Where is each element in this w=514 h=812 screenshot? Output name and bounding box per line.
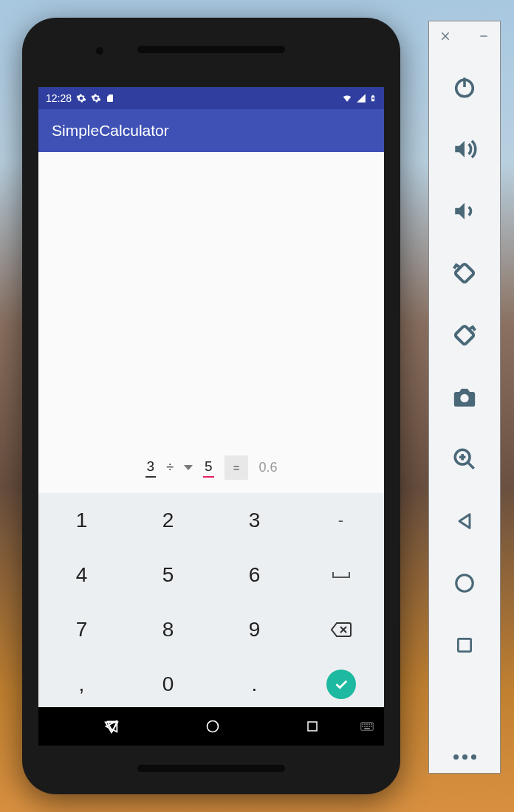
zoom-button[interactable]	[447, 441, 482, 477]
svg-rect-11	[369, 726, 370, 727]
phone-speaker-top	[137, 46, 285, 53]
equals-button[interactable]: =	[225, 455, 249, 480]
key-0[interactable]: 0	[125, 667, 211, 701]
emulator-home-button[interactable]	[447, 565, 482, 601]
done-icon	[326, 670, 356, 699]
nav-home-button[interactable]	[205, 719, 220, 734]
close-icon[interactable]	[439, 29, 451, 46]
nav-keyboard-toggle[interactable]	[360, 721, 374, 732]
gear-icon	[91, 93, 101, 103]
svg-point-0	[208, 721, 219, 732]
key-backspace[interactable]	[298, 613, 384, 647]
gear-icon	[76, 93, 86, 103]
key-1[interactable]: 1	[38, 503, 125, 537]
app-bar: SimpleCalculator	[38, 109, 384, 152]
key-9[interactable]: 9	[211, 613, 298, 647]
wifi-icon	[341, 93, 353, 103]
calculator-row: 3 ÷ 5 = 0.6	[38, 455, 384, 480]
emulator-toolbar	[428, 21, 501, 774]
key-2[interactable]: 2	[125, 503, 211, 537]
sd-card-icon	[106, 93, 114, 103]
emulator-back-button[interactable]	[447, 503, 482, 539]
svg-rect-1	[308, 722, 317, 731]
phone-speaker-bottom	[137, 765, 285, 772]
svg-point-17	[460, 394, 468, 402]
key-period[interactable]: .	[211, 667, 298, 701]
key-minus[interactable]: -	[298, 503, 384, 537]
svg-rect-13	[364, 728, 370, 729]
key-7[interactable]: 7	[38, 613, 125, 647]
operator-label: ÷	[166, 460, 174, 475]
phone-camera	[96, 47, 103, 55]
soft-keyboard: 1 2 3 - 4 5 6 7 8 9 , 0 .	[38, 493, 384, 707]
status-right	[341, 92, 377, 104]
rotate-right-button[interactable]	[447, 317, 482, 353]
svg-rect-10	[366, 726, 368, 727]
app-content: 3 ÷ 5 = 0.6	[38, 152, 384, 493]
key-4[interactable]: 4	[38, 558, 125, 592]
battery-icon	[369, 92, 377, 104]
emulator-overview-button[interactable]	[447, 627, 482, 663]
svg-rect-6	[369, 723, 370, 725]
minimize-icon[interactable]	[478, 29, 490, 46]
volume-up-button[interactable]	[447, 131, 482, 167]
status-bar: 12:28	[38, 87, 384, 109]
svg-point-19	[456, 575, 473, 592]
signal-icon	[356, 93, 366, 103]
phone-screen: 12:28	[38, 87, 384, 746]
screenshot-button[interactable]	[447, 379, 482, 415]
result-value: 0.6	[258, 460, 277, 475]
status-time: 12:28	[46, 92, 72, 104]
key-6[interactable]: 6	[211, 558, 298, 592]
android-nav-bar	[38, 707, 384, 746]
svg-rect-20	[458, 639, 470, 651]
operand-2-input[interactable]: 5	[203, 458, 214, 478]
key-space[interactable]	[298, 558, 384, 592]
nav-back-button[interactable]	[103, 718, 120, 734]
svg-rect-12	[371, 726, 372, 727]
operand-1-input[interactable]: 3	[145, 458, 157, 478]
nav-overview-button[interactable]	[306, 720, 319, 733]
svg-rect-9	[364, 726, 366, 727]
power-button[interactable]	[447, 69, 482, 105]
svg-rect-4	[364, 723, 366, 725]
key-3[interactable]: 3	[211, 503, 298, 537]
svg-rect-8	[362, 726, 363, 727]
volume-down-button[interactable]	[447, 193, 482, 229]
key-5[interactable]: 5	[125, 558, 211, 592]
operator-dropdown[interactable]	[184, 465, 193, 470]
key-8[interactable]: 8	[125, 613, 211, 647]
more-options-button[interactable]	[453, 754, 476, 765]
app-title: SimpleCalculator	[52, 122, 169, 140]
svg-rect-5	[366, 723, 368, 725]
key-comma[interactable]: ,	[38, 667, 125, 701]
phone-frame: 12:28	[22, 18, 400, 794]
svg-rect-3	[362, 723, 363, 725]
rotate-left-button[interactable]	[447, 255, 482, 291]
status-left: 12:28	[46, 92, 114, 104]
svg-rect-7	[371, 723, 372, 725]
key-done[interactable]	[298, 667, 384, 701]
